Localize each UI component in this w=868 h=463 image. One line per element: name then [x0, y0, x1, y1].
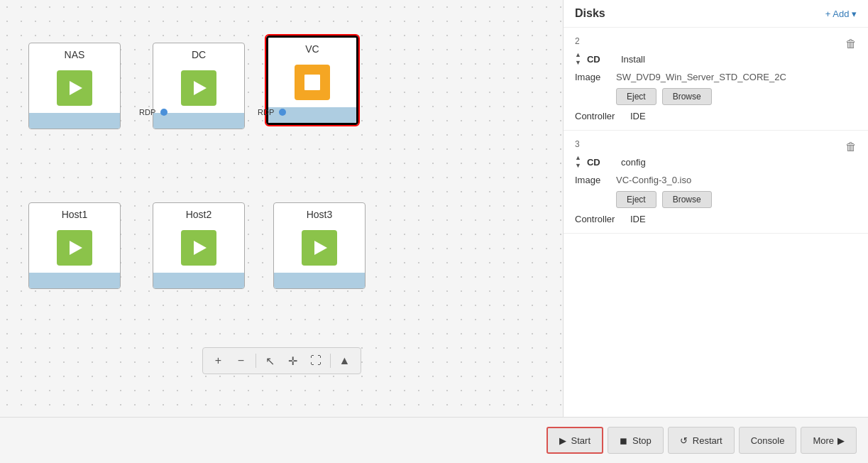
disk-controller-row-3: Controller IDE [575, 214, 857, 224]
vm-stop-icon-vc[interactable] [295, 65, 330, 100]
more-button[interactable]: More ▶ [801, 427, 857, 454]
disk-browse-btn-3[interactable]: Browse [662, 191, 712, 208]
fullscreen-button[interactable]: ⛶ [306, 351, 326, 371]
vm-title-host3: Host3 [274, 203, 365, 223]
disk-controller-value-3: IDE [630, 214, 646, 224]
vm-play-btn-dc[interactable] [181, 70, 216, 106]
disk-status-2: Install [621, 54, 645, 65]
disk-controller-value-2: IDE [630, 111, 646, 121]
disk-section-3: 3 🗑 ▲ ▼ CD config Image VC-Config-3_0.is… [564, 131, 868, 234]
vm-body-host3 [274, 223, 365, 273]
more-label: More [813, 435, 834, 446]
play-icon-host2 [194, 241, 207, 255]
play-icon-nas [70, 81, 82, 95]
panel-header: Disks + Add ▾ [564, 0, 868, 28]
restart-label: Restart [693, 435, 723, 446]
vm-footer-nas [29, 113, 120, 129]
vm-body-nas [29, 63, 120, 113]
disk-status-3: config [621, 157, 646, 168]
more-chevron-icon: ▶ [837, 435, 845, 446]
vm-body-dc [153, 63, 244, 113]
restart-button[interactable]: ↺ Restart [668, 427, 735, 454]
vm-body-host2 [153, 223, 244, 273]
rdp-connector-vc: RDP [258, 108, 286, 116]
disk-down-btn-3[interactable]: ▼ [575, 163, 581, 169]
disk-eject-btn-2[interactable]: Eject [616, 88, 657, 105]
disk-delete-btn-3[interactable]: 🗑 [845, 141, 857, 153]
vm-footer-host2 [153, 273, 244, 288]
action-bar: ▶ Start ◼ Stop ↺ Restart Console More ▶ [0, 417, 868, 463]
vm-title-dc: DC [153, 43, 244, 63]
disk-type-control-2[interactable]: ▲ ▼ [575, 52, 581, 66]
disk-row-type-2: ▲ ▼ CD Install [575, 52, 857, 66]
disk-image-value-2: SW_DVD9_Win_Server_STD_CORE_2C [616, 72, 857, 82]
zoom-out-button[interactable]: − [231, 351, 251, 371]
vm-body-host1 [29, 223, 120, 273]
vm-title-nas: NAS [29, 43, 120, 63]
vm-node-nas[interactable]: NAS [28, 43, 121, 129]
disk-image-row-3: Image VC-Config-3_0.iso [575, 175, 857, 185]
vm-node-host3[interactable]: Host3 [273, 202, 366, 289]
vm-title-host2: Host2 [153, 203, 244, 223]
vm-footer-host1 [29, 273, 120, 288]
stop-sq-vc [304, 75, 320, 90]
stop-button[interactable]: ◼ Stop [608, 427, 664, 454]
toolbar-divider-2 [330, 354, 331, 368]
disk-controller-label-3: Controller [575, 214, 625, 224]
vm-play-btn-host2[interactable] [181, 230, 216, 266]
toolbar-divider-1 [256, 354, 256, 368]
vm-node-host1[interactable]: Host1 [28, 202, 121, 289]
start-label: Start [571, 435, 590, 446]
start-icon: ▶ [559, 435, 566, 446]
collapse-button[interactable]: ▲ [335, 351, 355, 371]
disk-controller-row-2: Controller IDE [575, 111, 857, 121]
restart-icon: ↺ [680, 435, 688, 446]
disk-row-type-3: ▲ ▼ CD config [575, 155, 857, 169]
disk-image-row-2: Image SW_DVD9_Win_Server_STD_CORE_2C [575, 72, 857, 82]
add-disk-button[interactable]: + Add ▾ [825, 9, 857, 19]
rdp-dot-vc[interactable] [279, 109, 286, 116]
move-button[interactable]: ✛ [283, 351, 303, 371]
vm-play-btn-host1[interactable] [57, 230, 92, 266]
rdp-connector-dc: RDP [139, 108, 167, 116]
disk-down-btn-2[interactable]: ▼ [575, 60, 581, 66]
stop-label: Stop [632, 435, 652, 446]
disk-up-btn-2[interactable]: ▲ [575, 52, 581, 58]
disk-type-control-3[interactable]: ▲ ▼ [575, 155, 581, 169]
rdp-dot-dc[interactable] [160, 109, 167, 116]
disk-browse-btn-2[interactable]: Browse [662, 88, 712, 105]
vm-title-vc: VC [268, 38, 356, 58]
right-panel: Disks + Add ▾ 2 🗑 ▲ ▼ CD Install [563, 0, 868, 417]
disk-number-3: 3 [575, 139, 580, 149]
vm-play-btn-host3[interactable] [302, 230, 337, 266]
disk-controller-label-2: Controller [575, 111, 625, 121]
vm-body-vc [268, 58, 356, 107]
console-label: Console [751, 435, 785, 446]
disk-actions-3: Eject Browse [575, 191, 857, 208]
vm-footer-host3 [274, 273, 365, 288]
disk-image-label-2: Image [575, 72, 610, 82]
disk-section-header-3: 3 🗑 [575, 139, 857, 155]
start-button[interactable]: ▶ Start [546, 427, 603, 454]
disk-up-btn-3[interactable]: ▲ [575, 155, 581, 161]
disk-section-header-2: 2 🗑 [575, 36, 857, 52]
disk-type-label-3: CD [587, 157, 615, 168]
disk-type-label-2: CD [587, 54, 615, 65]
zoom-in-button[interactable]: + [209, 351, 229, 371]
vm-title-host1: Host1 [29, 203, 120, 223]
disk-delete-btn-2[interactable]: 🗑 [845, 38, 857, 50]
rdp-label-dc-text: RDP [139, 108, 155, 116]
stop-icon: ◼ [620, 435, 627, 446]
panel-scrollable[interactable]: 2 🗑 ▲ ▼ CD Install Image SW_DVD9_Win_Ser… [564, 28, 868, 417]
rdp-label-vc-text: RDP [258, 108, 274, 116]
console-button[interactable]: Console [739, 427, 797, 454]
vm-play-btn-nas[interactable] [57, 70, 92, 106]
disk-eject-btn-3[interactable]: Eject [616, 191, 657, 208]
disk-image-value-3: VC-Config-3_0.iso [616, 175, 857, 185]
canvas-area[interactable]: NAS DC RDP VC [0, 0, 563, 417]
canvas-toolbar: + − ↖ ✛ ⛶ ▲ [202, 347, 361, 374]
disk-image-label-3: Image [575, 175, 610, 185]
vm-node-host2[interactable]: Host2 [153, 202, 245, 289]
select-button[interactable]: ↖ [260, 351, 280, 371]
play-icon-dc [194, 81, 207, 95]
